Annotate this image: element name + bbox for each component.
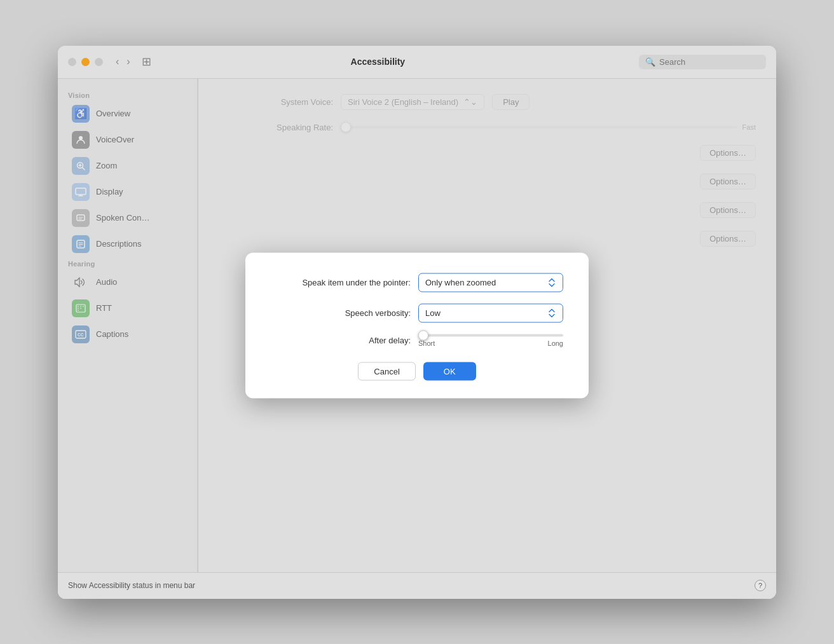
bottom-bar: Show Accessibility status in menu bar ?	[58, 572, 776, 599]
status-text: Show Accessibility status in menu bar	[68, 581, 195, 590]
search-box[interactable]: 🔍	[639, 55, 766, 69]
speech-verbosity-select[interactable]: Low	[418, 303, 563, 322]
help-button[interactable]: ?	[755, 580, 766, 591]
speech-verbosity-label: Speech verbosity:	[271, 308, 411, 318]
speak-pointer-arrow-icon	[547, 277, 556, 288]
close-button[interactable]	[68, 58, 76, 66]
speech-verbosity-row: Speech verbosity: Low	[271, 303, 563, 322]
speech-verbosity-select-wrapper: Low	[418, 303, 563, 322]
window-title: Accessibility	[117, 57, 639, 67]
after-delay-label: After delay:	[271, 336, 411, 345]
speak-pointer-select[interactable]: Only when zoomed	[418, 273, 563, 292]
content-area: Vision ♿ Overview VoiceOver	[58, 79, 776, 572]
dialog-buttons: Cancel OK	[271, 362, 563, 380]
maximize-button[interactable]	[95, 58, 103, 66]
speak-pointer-label: Speak item under the pointer:	[271, 278, 411, 287]
speak-pointer-row: Speak item under the pointer: Only when …	[271, 273, 563, 292]
speech-verbosity-arrow-icon	[547, 307, 556, 319]
minimize-button[interactable]	[81, 58, 90, 66]
titlebar: ‹ › ⊞ Accessibility 🔍	[58, 46, 776, 79]
after-delay-slider-container: Short Long	[418, 334, 563, 346]
traffic-lights	[68, 58, 103, 66]
search-icon: 🔍	[645, 57, 655, 67]
slider-max-label: Long	[548, 339, 563, 346]
speech-verbosity-value: Low	[425, 308, 441, 318]
cancel-button[interactable]: Cancel	[358, 362, 415, 380]
slider-labels: Short Long	[418, 339, 563, 346]
main-window: ‹ › ⊞ Accessibility 🔍 Vision ♿ Overview	[58, 46, 776, 599]
slider-min-label: Short	[418, 339, 435, 346]
speak-pointer-select-wrapper: Only when zoomed	[418, 273, 563, 292]
after-delay-row: After delay: Short Long	[271, 334, 563, 346]
speak-pointer-value: Only when zoomed	[425, 278, 496, 287]
search-input[interactable]	[659, 57, 760, 67]
after-delay-slider[interactable]	[418, 334, 563, 336]
ok-button[interactable]: OK	[423, 362, 476, 380]
dialog: Speak item under the pointer: Only when …	[245, 252, 589, 398]
